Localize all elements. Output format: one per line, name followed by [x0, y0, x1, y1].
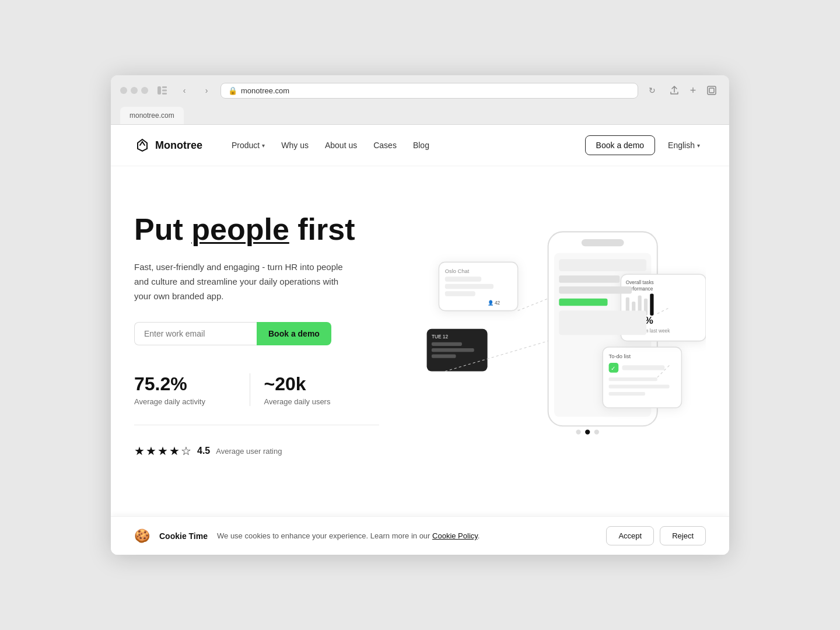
rating-row: ★ ★ ★ ★ ☆ 4.5 Average user rating: [134, 444, 379, 458]
svg-rect-44: [559, 286, 632, 293]
browser-actions: +: [666, 82, 720, 99]
svg-point-49: [594, 429, 599, 434]
nav-whyus[interactable]: Why us: [281, 141, 309, 150]
reload-button[interactable]: ↻: [644, 82, 660, 99]
nav-blog[interactable]: Blog: [413, 141, 429, 150]
svg-text:✓: ✓: [611, 365, 615, 372]
svg-rect-42: [559, 259, 646, 271]
stat-activity-label: Average daily activity: [134, 397, 236, 406]
window-controls: [120, 87, 148, 94]
hero-illustration: Oslo Chat 👤 42 TUE 12: [402, 201, 706, 493]
dot-close: [120, 87, 127, 94]
address-text: monotree.com: [241, 86, 289, 95]
navbar: Monotree Product ▾ Why us About us Cases…: [111, 125, 729, 166]
svg-rect-1: [162, 86, 167, 88]
stat-users-value: ~20k: [264, 373, 366, 395]
address-bar[interactable]: 🔒 monotree.com: [220, 83, 638, 99]
svg-point-48: [585, 429, 590, 434]
rating-label: Average user rating: [216, 447, 282, 456]
svg-rect-4: [708, 86, 716, 94]
reject-button[interactable]: Reject: [660, 526, 706, 545]
back-button[interactable]: ‹: [176, 82, 192, 99]
cookie-icon: 🍪: [134, 528, 150, 544]
svg-rect-43: [559, 275, 620, 282]
hero-title: Put people first: [134, 213, 379, 246]
hero-title-part1: Put: [134, 212, 191, 246]
hero-title-part2: first: [289, 212, 355, 246]
sidebar-toggle-button[interactable]: [154, 82, 170, 99]
hero-cta-button[interactable]: Book a demo: [257, 322, 331, 345]
forward-button[interactable]: ›: [198, 82, 215, 99]
book-demo-button[interactable]: Book a demo: [585, 135, 656, 155]
browser-window: ‹ › 🔒 monotree.com ↻ +: [111, 75, 729, 555]
cookie-brand: Cookie Time: [159, 531, 208, 541]
dot-minimize: [131, 87, 138, 94]
cookie-policy-link[interactable]: Cookie Policy: [432, 531, 478, 540]
star-2: ★: [146, 444, 156, 458]
stat-activity: 75.2% Average daily activity: [134, 373, 250, 406]
nav-actions: Book a demo English ▾: [585, 135, 706, 155]
product-chevron: ▾: [262, 142, 265, 149]
svg-rect-46: [559, 311, 646, 335]
dot-maximize: [141, 87, 148, 94]
svg-rect-19: [432, 354, 456, 358]
new-tab-button[interactable]: +: [685, 82, 701, 99]
star-half: ☆: [181, 444, 191, 458]
svg-rect-35: [650, 293, 653, 315]
svg-rect-7: [582, 239, 624, 246]
svg-text:👤 42: 👤 42: [488, 300, 501, 306]
svg-rect-17: [432, 342, 462, 346]
svg-text:TUE 12: TUE 12: [432, 334, 449, 340]
stat-activity-value: 75.2%: [134, 373, 236, 395]
hero-section: Put people first Fast, user-friendly and…: [111, 166, 729, 516]
language-selector[interactable]: English ▾: [662, 136, 706, 155]
svg-rect-12: [445, 284, 494, 289]
svg-rect-18: [432, 348, 474, 352]
svg-rect-45: [559, 299, 607, 306]
accept-button[interactable]: Accept: [606, 526, 654, 545]
hero-description: Fast, user-friendly and engaging - turn …: [134, 260, 344, 303]
star-4: ★: [169, 444, 180, 458]
logo-text: Monotree: [155, 139, 202, 152]
svg-rect-11: [445, 276, 481, 281]
svg-text:Overall tasks: Overall tasks: [626, 279, 654, 285]
svg-point-47: [576, 429, 580, 434]
star-3: ★: [158, 444, 168, 458]
cookie-actions: Accept Reject: [606, 526, 706, 545]
nav-product[interactable]: Product ▾: [232, 141, 265, 150]
website-content: Monotree Product ▾ Why us About us Cases…: [111, 125, 729, 555]
svg-rect-2: [162, 90, 167, 92]
hero-left: Put people first Fast, user-friendly and…: [134, 201, 379, 458]
email-input[interactable]: [134, 322, 257, 345]
logo-icon: [134, 137, 150, 153]
illustration-svg: Oslo Chat 👤 42 TUE 12: [402, 201, 706, 493]
svg-rect-5: [709, 88, 714, 93]
browser-chrome: ‹ › 🔒 monotree.com ↻ +: [111, 75, 729, 125]
share-button[interactable]: [666, 82, 682, 99]
lock-icon: 🔒: [228, 86, 237, 95]
language-label: English: [668, 141, 695, 150]
nav-aboutus[interactable]: About us: [325, 141, 357, 150]
cookie-text: We use cookies to enhance your experienc…: [217, 531, 597, 540]
star-rating: ★ ★ ★ ★ ☆: [134, 444, 191, 458]
email-form: Book a demo: [134, 322, 379, 345]
rating-value: 4.5: [197, 446, 210, 456]
logo[interactable]: Monotree: [134, 137, 202, 153]
svg-rect-27: [609, 392, 645, 396]
stat-users-label: Average daily users: [264, 397, 366, 406]
svg-rect-26: [609, 384, 670, 388]
nav-links: Product ▾ Why us About us Cases Blog: [232, 141, 585, 150]
svg-rect-24: [622, 365, 664, 370]
browser-tab[interactable]: monotree.com: [120, 107, 184, 124]
stat-users: ~20k Average daily users: [250, 373, 380, 406]
stats-section: 75.2% Average daily activity ~20k Averag…: [134, 373, 379, 425]
svg-text:To-do list: To-do list: [609, 354, 631, 359]
svg-rect-0: [158, 86, 161, 94]
svg-line-39: [518, 299, 548, 311]
tabs-button[interactable]: [704, 82, 720, 99]
svg-rect-3: [162, 93, 167, 94]
svg-rect-13: [445, 291, 475, 296]
hero-title-highlight: people: [191, 212, 289, 246]
star-1: ★: [134, 444, 145, 458]
nav-cases[interactable]: Cases: [373, 141, 397, 150]
